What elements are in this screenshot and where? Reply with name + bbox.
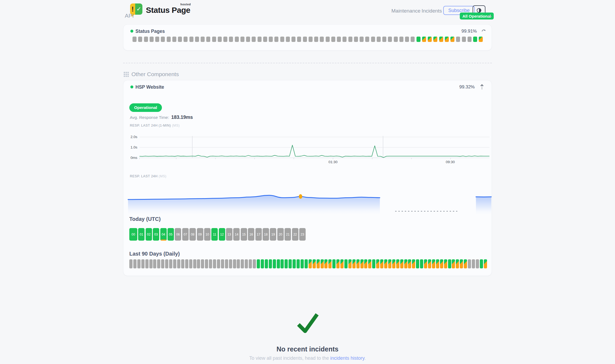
uptime-block-green[interactable] [265, 259, 268, 268]
uptime-block-mixed[interactable] [324, 259, 328, 268]
uptime-block-gray[interactable] [157, 259, 160, 268]
uptime-block-gray[interactable] [246, 37, 250, 42]
uptime-block-mixed[interactable] [388, 259, 391, 268]
uptime-block-mixed[interactable] [408, 259, 411, 268]
uptime-block-green[interactable] [273, 259, 276, 268]
nav-incidents[interactable]: Incidents [422, 8, 442, 14]
uptime-block-gray[interactable] [371, 37, 375, 42]
hour-block-11[interactable]: 11 [211, 228, 218, 241]
uptime-block-mixed[interactable] [450, 37, 454, 42]
uptime-block-gray[interactable] [249, 259, 252, 268]
uptime-block-gray[interactable] [240, 37, 244, 42]
uptime-block-mixed[interactable] [422, 37, 426, 42]
hour-block-18[interactable]: 18 [263, 228, 269, 241]
uptime-block-gray[interactable] [141, 259, 145, 268]
uptime-block-gray[interactable] [388, 37, 392, 42]
uptime-block-gray[interactable] [225, 259, 228, 268]
uptime-block-green[interactable] [344, 259, 348, 268]
uptime-block-gray[interactable] [309, 37, 313, 42]
uptime-block-mixed[interactable] [445, 37, 449, 42]
hour-block-20[interactable]: 20 [277, 228, 284, 241]
hour-block-13[interactable]: 13 [226, 228, 232, 241]
hour-block-21[interactable]: 21 [285, 228, 291, 241]
uptime-block-gray[interactable] [137, 259, 141, 268]
hour-block-00[interactable]: 00 [129, 228, 137, 241]
uptime-block-gray[interactable] [193, 259, 196, 268]
uptime-block-mixed[interactable] [439, 37, 443, 42]
uptime-block-gray[interactable] [218, 37, 222, 42]
uptime-block-gray[interactable] [167, 37, 171, 42]
uptime-block-green[interactable] [269, 259, 272, 268]
uptime-block-green[interactable] [289, 259, 292, 268]
uptime-block-gray[interactable] [280, 37, 284, 42]
uptime-block-gray[interactable] [405, 37, 409, 42]
uptime-block-gray[interactable] [382, 37, 386, 42]
uptime-block-gray[interactable] [185, 259, 188, 268]
uptime-block-gray[interactable] [153, 259, 156, 268]
hover-marker-dot[interactable] [299, 194, 302, 199]
uptime-block-gray[interactable] [411, 37, 415, 42]
uptime-block-mixed[interactable] [456, 259, 459, 268]
uptime-block-mixed[interactable] [452, 259, 455, 268]
uptime-block-mixed[interactable] [464, 259, 467, 268]
uptime-block-gray[interactable] [184, 37, 188, 42]
uptime-block-gray[interactable] [468, 37, 472, 42]
uptime-block-gray[interactable] [456, 37, 460, 42]
uptime-block-mixed[interactable] [428, 259, 431, 268]
refresh-icon[interactable] [481, 29, 486, 34]
uptime-block-green[interactable] [416, 259, 419, 268]
uptime-block-mixed[interactable] [352, 259, 356, 268]
uptime-block-gray[interactable] [320, 37, 324, 42]
uptime-block-gray[interactable] [177, 259, 180, 268]
response-time-avg-chart[interactable] [123, 185, 492, 217]
uptime-block-mixed[interactable] [313, 259, 316, 268]
uptime-block-mixed[interactable] [412, 259, 415, 268]
uptime-block-gray[interactable] [245, 259, 248, 268]
uptime-block-gray[interactable] [258, 37, 262, 42]
uptime-block-mixed[interactable] [432, 259, 435, 268]
uptime-block-green[interactable] [417, 37, 421, 42]
hour-block-16[interactable]: 16 [248, 228, 254, 241]
uptime-block-gray[interactable] [348, 37, 352, 42]
uptime-block-mixed[interactable] [360, 259, 364, 268]
uptime-block-gray[interactable] [129, 259, 133, 268]
uptime-block-mixed[interactable] [328, 259, 332, 268]
uptime-block-mixed[interactable] [380, 259, 383, 268]
uptime-block-mixed[interactable] [348, 259, 352, 268]
hour-block-03[interactable]: 03 [153, 228, 159, 241]
response-time-1min-chart[interactable]: 2.0s1.0s0ms01:3009:30 [123, 134, 492, 167]
uptime-block-gray[interactable] [138, 37, 142, 42]
uptime-block-gray[interactable] [394, 37, 398, 42]
hour-block-22[interactable]: 22 [292, 228, 298, 241]
uptime-block-gray[interactable] [201, 259, 204, 268]
uptime-block-green[interactable] [297, 259, 300, 268]
uptime-block-gray[interactable] [233, 259, 236, 268]
uptime-block-mixed[interactable] [484, 259, 487, 268]
uptime-block-gray[interactable] [269, 37, 273, 42]
uptime-block-mixed[interactable] [396, 259, 399, 268]
uptime-block-gray[interactable] [303, 37, 307, 42]
uptime-block-mixed[interactable] [368, 259, 371, 268]
uptime-block-gray[interactable] [399, 37, 403, 42]
uptime-block-gray[interactable] [169, 259, 172, 268]
uptime-block-mixed[interactable] [433, 37, 437, 42]
uptime-block-gray[interactable] [237, 259, 240, 268]
uptime-block-mixed[interactable] [400, 259, 403, 268]
uptime-block-gray[interactable] [354, 37, 358, 42]
uptime-block-mixed[interactable] [404, 259, 407, 268]
hour-block-17[interactable]: 17 [255, 228, 262, 241]
hour-block-14[interactable]: 14 [233, 228, 240, 241]
uptime-block-gray[interactable] [133, 259, 137, 268]
uptime-block-gray[interactable] [326, 37, 330, 42]
hour-block-10[interactable]: 10 [204, 228, 211, 241]
up-arrow-icon[interactable] [480, 84, 484, 91]
uptime-block-gray[interactable] [181, 259, 184, 268]
uptime-block-mixed[interactable] [309, 259, 312, 268]
hour-block-23[interactable]: 23 [299, 228, 306, 241]
uptime-block-gray[interactable] [189, 37, 193, 42]
uptime-block-mixed[interactable] [340, 259, 344, 268]
uptime-block-gray[interactable] [274, 37, 278, 42]
uptime-block-gray[interactable] [223, 37, 227, 42]
uptime-block-gray[interactable] [213, 259, 216, 268]
uptime-block-gray[interactable] [161, 37, 165, 42]
